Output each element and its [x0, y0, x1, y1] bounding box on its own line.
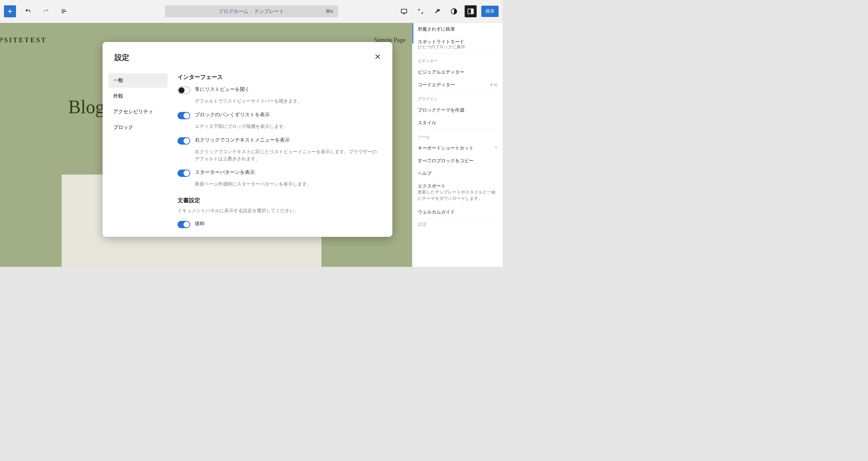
menu-welcome-guide[interactable]: ウェルカムガイド: [412, 206, 503, 218]
option-starter: スターターパターンを表示: [178, 169, 380, 177]
shortcut-keyboard: ⌃: [494, 146, 498, 151]
tab-blocks[interactable]: ブロック: [108, 120, 167, 134]
label-rightclick: 右クリックでコンテキストメニューを表示: [195, 137, 290, 143]
desc-rightclick: 右クリックでコンテキストに応じたリストビューメニューを表示します。ブラウザーのデ…: [195, 149, 380, 162]
desktop-icon: [400, 8, 408, 15]
label-breadcrumb: ブロックのパンくずリストを表示: [195, 112, 270, 118]
contrast-icon: [450, 8, 458, 15]
option-rightclick: 右クリックでコンテキストメニューを表示: [178, 137, 380, 145]
tab-general[interactable]: 一般: [108, 73, 167, 88]
desc-breadcrumb: エディタ下部にブロック階層を表示します。: [195, 123, 380, 130]
document-name: ブログホーム: [218, 8, 248, 14]
menu-style[interactable]: スタイル: [412, 117, 503, 129]
page-heading[interactable]: Blog: [68, 96, 104, 118]
preferences-dialog: 設定 一般 外観 アクセシビリティ ブロック インターフェース 常にリストビュー…: [102, 42, 392, 237]
expand-icon: [417, 8, 424, 14]
undo-icon: [24, 8, 32, 15]
menu-distraction-free[interactable]: 邪魔されずに執筆: [412, 23, 503, 36]
site-title[interactable]: PSITETEST: [0, 36, 47, 44]
undo-button[interactable]: [22, 5, 34, 17]
redo-icon: [42, 8, 50, 15]
svg-rect-3: [471, 9, 473, 14]
toggle-breadcrumb[interactable]: [178, 112, 190, 119]
topbar-right: 保存: [398, 5, 499, 17]
label-listview: 常にリストビューを開く: [195, 86, 250, 93]
toggle-starter[interactable]: [178, 170, 190, 177]
view-button[interactable]: [398, 5, 410, 17]
desc-listview: デフォルトでリストビューサイドバーを開きます。: [195, 98, 380, 105]
menu-visual-editor[interactable]: ビジュアルエディター: [412, 66, 503, 79]
section-plugin-label: プラグイン: [412, 91, 503, 104]
sidebar-icon: [467, 8, 474, 15]
menu-help[interactable]: ヘルプ: [412, 167, 503, 180]
toggle-excerpt[interactable]: [178, 221, 190, 228]
dialog-body: インターフェース 常にリストビューを開く デフォルトでリストビューサイドバーを開…: [167, 67, 392, 237]
section-editor-label: エディター: [412, 53, 503, 66]
tab-accessibility[interactable]: アクセシビリティ: [108, 104, 167, 119]
section-document: 文書設定: [178, 196, 380, 204]
dialog-tabs: 一般 外観 アクセシビリティ ブロック: [102, 67, 167, 237]
menu-create-block-theme[interactable]: ブロックテーマを作成: [412, 104, 503, 117]
menu-export-desc: 更新したテンプレートやスタイルと一緒にテーマをダウンロードします。: [412, 189, 503, 206]
document-title: ブログホーム · テンプレート: [218, 8, 284, 14]
option-excerpt: 抜粋: [178, 220, 380, 228]
menu-keyboard-shortcuts[interactable]: キーボードショートカット ⌃: [412, 142, 503, 155]
label-starter: スターターパターンを表示: [195, 169, 255, 176]
option-breadcrumb: ブロックのパンくずリストを表示: [178, 112, 380, 119]
close-icon: [374, 53, 381, 60]
option-listview: 常にリストビューを開く: [178, 86, 380, 94]
label-excerpt: 抜粋: [195, 220, 205, 227]
active-indicator: [412, 23, 413, 43]
save-button[interactable]: 保存: [481, 6, 499, 17]
settings-panel-button[interactable]: [465, 5, 477, 17]
section-document-desc: ドキュメントパネルに表示する設定を選択してください。: [178, 208, 380, 215]
toggle-listview[interactable]: [178, 87, 190, 94]
zoom-button[interactable]: [415, 5, 427, 17]
menu-settings-cut[interactable]: 設定: [412, 219, 503, 227]
plus-icon: [6, 8, 14, 15]
document-type: テンプレート: [254, 8, 284, 14]
dialog-title: 設定: [115, 53, 129, 63]
wrench-icon: [434, 8, 441, 14]
tools-button[interactable]: [431, 5, 443, 17]
options-sidebar: 邪魔されずに執筆 スポットライトモード ひとつのブロックに集中 エディター ビジ…: [412, 23, 503, 267]
listview-icon: [60, 8, 68, 15]
svg-rect-0: [401, 9, 407, 13]
topbar: ブログホーム · テンプレート ⌘K 保存: [0, 0, 503, 23]
menu-copy-all-blocks[interactable]: すべてのブロックをコピー: [412, 155, 503, 167]
redo-button[interactable]: [40, 5, 52, 17]
add-block-button[interactable]: [4, 5, 16, 17]
styles-button[interactable]: [448, 5, 460, 17]
document-bar[interactable]: ブログホーム · テンプレート ⌘K: [165, 5, 338, 17]
section-tool-label: ツール: [412, 129, 503, 142]
menu-code-editor[interactable]: コードエディター ⇧⌥: [412, 79, 503, 91]
tab-appearance[interactable]: 外観: [108, 89, 167, 103]
menu-spotlight-sub: ひとつのブロックに集中: [412, 44, 503, 53]
close-button[interactable]: [373, 52, 382, 61]
section-interface: インターフェース: [178, 73, 380, 81]
listview-button[interactable]: [58, 5, 70, 17]
shortcut-code-editor: ⇧⌥: [490, 83, 497, 87]
command-shortcut: ⌘K: [326, 8, 333, 14]
desc-starter: 新規ページ作成時にスターターパターンを表示します。: [195, 181, 380, 188]
toggle-rightclick[interactable]: [178, 137, 190, 145]
topbar-left: [4, 5, 70, 17]
